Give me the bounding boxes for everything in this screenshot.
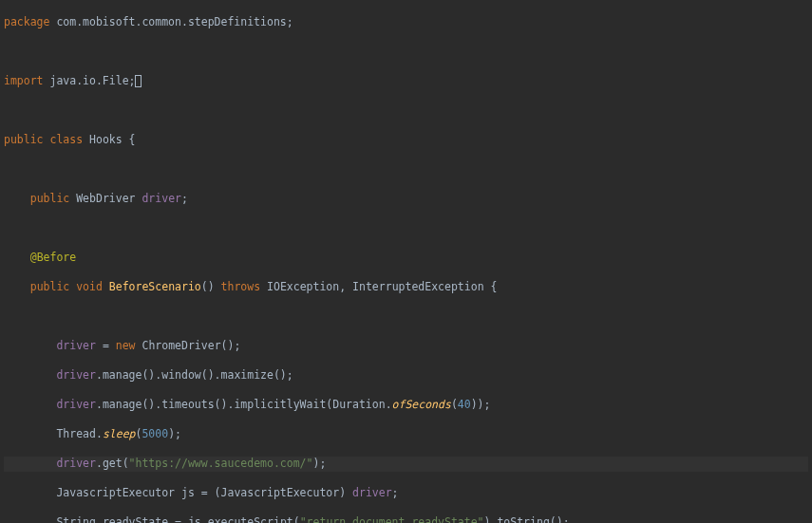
code-line: [4, 162, 808, 177]
code-line: Thread.sleep(5000);: [4, 427, 808, 442]
code-line: [4, 103, 808, 119]
code-line: driver = new ChromeDriver();: [4, 339, 808, 354]
code-line: public class Hooks {: [4, 133, 808, 148]
cursor-indicator: [135, 75, 142, 87]
code-line: public void BeforeScenario() throws IOEx…: [4, 280, 808, 295]
code-line: @Before: [4, 251, 808, 266]
code-line: [4, 45, 808, 60]
code-line: String readyState = js.executeScript("re…: [4, 515, 808, 523]
code-line: import java.io.File;: [4, 74, 808, 89]
code-line: driver.manage().window().maximize();: [4, 368, 808, 383]
code-line: driver.manage().timeouts().implicitlyWai…: [4, 398, 808, 413]
code-line: [4, 309, 808, 325]
code-line: JavascriptExecutor js = (JavascriptExecu…: [4, 486, 808, 501]
code-editor[interactable]: package com.mobisoft.common.stepDefiniti…: [0, 0, 812, 523]
code-line: public WebDriver driver;: [4, 192, 808, 207]
code-line-highlighted: driver.get("https://www.saucedemo.com/")…: [4, 457, 808, 472]
code-line: [4, 221, 808, 236]
code-line: package com.mobisoft.common.stepDefiniti…: [4, 15, 808, 30]
